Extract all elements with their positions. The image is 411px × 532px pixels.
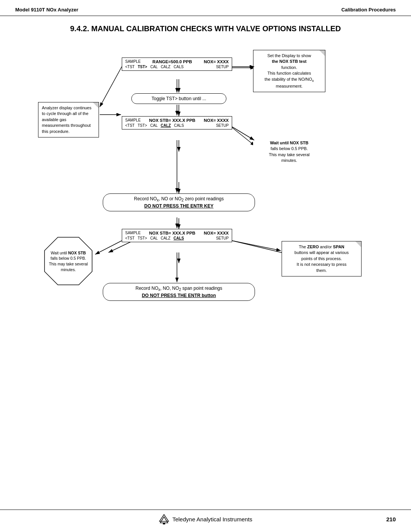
svg-rect-27 <box>163 523 165 524</box>
svg-marker-25 <box>159 514 169 521</box>
svg-line-11 <box>232 241 289 254</box>
record-span-box: Record NOx, NO, NO2 span point readings … <box>103 283 255 301</box>
svg-line-24 <box>100 67 122 107</box>
svg-line-22 <box>232 241 281 251</box>
toggle-button-box: Toggle TST> button until ... <box>131 93 226 104</box>
svg-line-5 <box>232 128 255 146</box>
footer-text: Teledyne Analytical Instruments <box>172 516 252 522</box>
svg-line-18 <box>232 127 254 140</box>
page-footer: Teledyne Analytical Instruments 210 <box>0 510 411 524</box>
footer-logo: Teledyne Analytical Instruments <box>159 514 252 524</box>
display-box-1: SAMPLE RANGE=500.0 PPB NOX= XXXX <TST TS… <box>122 58 232 71</box>
page-number: 210 <box>386 516 396 522</box>
record-zero-box: Record NOx, NO or NO2 zero point reading… <box>103 193 255 211</box>
wait-connector-top <box>145 152 213 179</box>
note-wait-right-top: Wait until NOX STB falls below 0.5 PPB. … <box>253 137 325 166</box>
svg-line-9 <box>108 241 133 252</box>
display-box-3: SAMPLE NOX STB= XXX.X PPB NOX= XXXX <TST… <box>122 229 232 242</box>
svg-marker-26 <box>160 517 168 523</box>
svg-line-21 <box>95 241 122 254</box>
flowchart: Analyzer display continues to cycle thro… <box>15 43 396 325</box>
header-left: Model 9110T NOx Analyzer <box>15 7 78 13</box>
note-analyzer: Analyzer display continues to cycle thro… <box>38 102 99 137</box>
display-box-2: SAMPLE NOX STB= XXX.X PPB NOX= XXXX <TST… <box>122 116 232 129</box>
header-right: Calibration Procedures <box>341 7 396 13</box>
note-zero-span: The ZERO and/or SPAN buttons will appear… <box>282 241 362 276</box>
note-nox-stb-right: Set the Display to show the NOX STB test… <box>253 50 325 92</box>
octagon-left: Wait until NOX STB falls below 0.5 PPB. … <box>43 235 94 287</box>
section-title: 9.4.2. MANUAL CALIBRATION CHECKS WITH VA… <box>15 24 396 34</box>
